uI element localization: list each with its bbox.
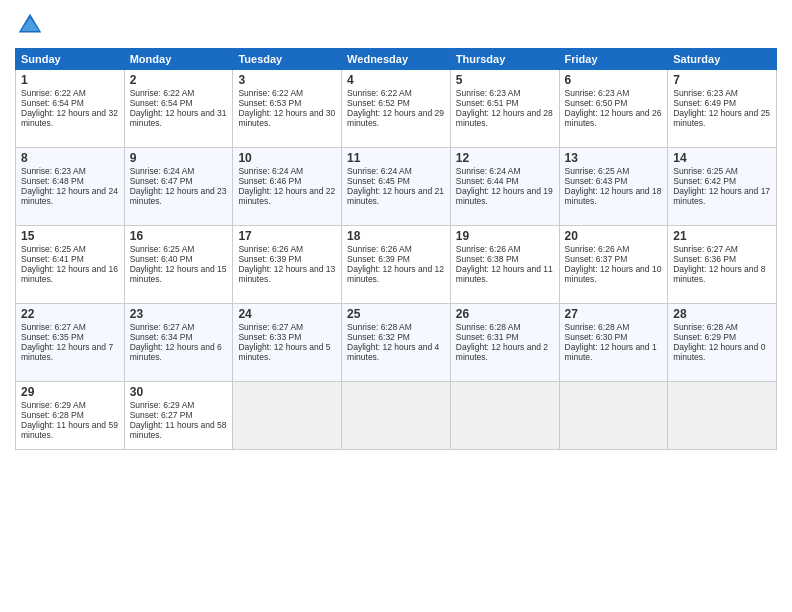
calendar-cell: 29Sunrise: 6:29 AMSunset: 6:28 PMDayligh… (16, 382, 125, 450)
col-tuesday: Tuesday (233, 49, 342, 70)
sunrise: Sunrise: 6:27 AM (238, 322, 303, 332)
sunset: Sunset: 6:31 PM (456, 332, 519, 342)
sunrise: Sunrise: 6:29 AM (130, 400, 195, 410)
sunrise: Sunrise: 6:26 AM (565, 244, 630, 254)
calendar-cell: 12Sunrise: 6:24 AMSunset: 6:44 PMDayligh… (450, 148, 559, 226)
calendar-cell: 14Sunrise: 6:25 AMSunset: 6:42 PMDayligh… (668, 148, 777, 226)
sunset: Sunset: 6:49 PM (673, 98, 736, 108)
page: Sunday Monday Tuesday Wednesday Thursday… (0, 0, 792, 612)
sunrise: Sunrise: 6:23 AM (565, 88, 630, 98)
sunset: Sunset: 6:39 PM (238, 254, 301, 264)
calendar-cell: 27Sunrise: 6:28 AMSunset: 6:30 PMDayligh… (559, 304, 668, 382)
col-thursday: Thursday (450, 49, 559, 70)
calendar-cell: 22Sunrise: 6:27 AMSunset: 6:35 PMDayligh… (16, 304, 125, 382)
day-number: 9 (130, 151, 228, 165)
sunrise: Sunrise: 6:27 AM (21, 322, 86, 332)
sunrise: Sunrise: 6:25 AM (21, 244, 86, 254)
daylight-label: Daylight: 12 hours and 28 minutes. (456, 108, 553, 128)
header-row: Sunday Monday Tuesday Wednesday Thursday… (16, 49, 777, 70)
day-number: 25 (347, 307, 445, 321)
sunset: Sunset: 6:40 PM (130, 254, 193, 264)
sunset: Sunset: 6:30 PM (565, 332, 628, 342)
sunset: Sunset: 6:35 PM (21, 332, 84, 342)
day-number: 17 (238, 229, 336, 243)
sunset: Sunset: 6:54 PM (21, 98, 84, 108)
col-saturday: Saturday (668, 49, 777, 70)
sunrise: Sunrise: 6:25 AM (673, 166, 738, 176)
calendar-cell (450, 382, 559, 450)
sunrise: Sunrise: 6:22 AM (21, 88, 86, 98)
day-number: 24 (238, 307, 336, 321)
sunrise: Sunrise: 6:23 AM (673, 88, 738, 98)
sunset: Sunset: 6:29 PM (673, 332, 736, 342)
sunset: Sunset: 6:43 PM (565, 176, 628, 186)
day-number: 16 (130, 229, 228, 243)
daylight-label: Daylight: 12 hours and 26 minutes. (565, 108, 662, 128)
calendar-cell: 28Sunrise: 6:28 AMSunset: 6:29 PMDayligh… (668, 304, 777, 382)
col-monday: Monday (124, 49, 233, 70)
daylight-label: Daylight: 12 hours and 7 minutes. (21, 342, 113, 362)
day-number: 1 (21, 73, 119, 87)
sunset: Sunset: 6:47 PM (130, 176, 193, 186)
sunrise: Sunrise: 6:29 AM (21, 400, 86, 410)
daylight-label: Daylight: 12 hours and 29 minutes. (347, 108, 444, 128)
calendar-cell: 19Sunrise: 6:26 AMSunset: 6:38 PMDayligh… (450, 226, 559, 304)
sunrise: Sunrise: 6:25 AM (130, 244, 195, 254)
sunset: Sunset: 6:51 PM (456, 98, 519, 108)
calendar-cell: 1Sunrise: 6:22 AMSunset: 6:54 PMDaylight… (16, 70, 125, 148)
daylight-label: Daylight: 12 hours and 2 minutes. (456, 342, 548, 362)
sunset: Sunset: 6:28 PM (21, 410, 84, 420)
calendar-cell: 8Sunrise: 6:23 AMSunset: 6:48 PMDaylight… (16, 148, 125, 226)
col-sunday: Sunday (16, 49, 125, 70)
sunrise: Sunrise: 6:23 AM (21, 166, 86, 176)
calendar-cell: 15Sunrise: 6:25 AMSunset: 6:41 PMDayligh… (16, 226, 125, 304)
daylight-label: Daylight: 12 hours and 5 minutes. (238, 342, 330, 362)
calendar-cell: 7Sunrise: 6:23 AMSunset: 6:49 PMDaylight… (668, 70, 777, 148)
daylight-label: Daylight: 12 hours and 19 minutes. (456, 186, 553, 206)
day-number: 28 (673, 307, 771, 321)
sunrise: Sunrise: 6:24 AM (130, 166, 195, 176)
logo (15, 10, 49, 40)
day-number: 30 (130, 385, 228, 399)
sunset: Sunset: 6:38 PM (456, 254, 519, 264)
calendar-cell: 21Sunrise: 6:27 AMSunset: 6:36 PMDayligh… (668, 226, 777, 304)
sunrise: Sunrise: 6:28 AM (456, 322, 521, 332)
sunset: Sunset: 6:34 PM (130, 332, 193, 342)
day-number: 7 (673, 73, 771, 87)
sunrise: Sunrise: 6:27 AM (673, 244, 738, 254)
daylight-label: Daylight: 12 hours and 6 minutes. (130, 342, 222, 362)
day-number: 18 (347, 229, 445, 243)
daylight-label: Daylight: 12 hours and 13 minutes. (238, 264, 335, 284)
daylight-label: Daylight: 12 hours and 4 minutes. (347, 342, 439, 362)
sunrise: Sunrise: 6:24 AM (238, 166, 303, 176)
daylight-label: Daylight: 12 hours and 30 minutes. (238, 108, 335, 128)
sunrise: Sunrise: 6:28 AM (347, 322, 412, 332)
daylight-label: Daylight: 12 hours and 8 minutes. (673, 264, 765, 284)
sunset: Sunset: 6:52 PM (347, 98, 410, 108)
sunrise: Sunrise: 6:25 AM (565, 166, 630, 176)
calendar-table: Sunday Monday Tuesday Wednesday Thursday… (15, 48, 777, 450)
sunset: Sunset: 6:27 PM (130, 410, 193, 420)
calendar-cell: 30Sunrise: 6:29 AMSunset: 6:27 PMDayligh… (124, 382, 233, 450)
logo-icon (15, 10, 45, 40)
daylight-label: Daylight: 11 hours and 59 minutes. (21, 420, 118, 440)
day-number: 10 (238, 151, 336, 165)
calendar-cell: 10Sunrise: 6:24 AMSunset: 6:46 PMDayligh… (233, 148, 342, 226)
sunset: Sunset: 6:46 PM (238, 176, 301, 186)
sunset: Sunset: 6:37 PM (565, 254, 628, 264)
day-number: 4 (347, 73, 445, 87)
day-number: 11 (347, 151, 445, 165)
daylight-label: Daylight: 12 hours and 21 minutes. (347, 186, 444, 206)
day-number: 29 (21, 385, 119, 399)
daylight-label: Daylight: 12 hours and 1 minute. (565, 342, 657, 362)
day-number: 21 (673, 229, 771, 243)
daylight-label: Daylight: 12 hours and 18 minutes. (565, 186, 662, 206)
col-wednesday: Wednesday (342, 49, 451, 70)
sunrise: Sunrise: 6:24 AM (456, 166, 521, 176)
sunset: Sunset: 6:44 PM (456, 176, 519, 186)
day-number: 5 (456, 73, 554, 87)
calendar-cell (342, 382, 451, 450)
calendar-cell (233, 382, 342, 450)
daylight-label: Daylight: 12 hours and 22 minutes. (238, 186, 335, 206)
calendar-cell: 18Sunrise: 6:26 AMSunset: 6:39 PMDayligh… (342, 226, 451, 304)
